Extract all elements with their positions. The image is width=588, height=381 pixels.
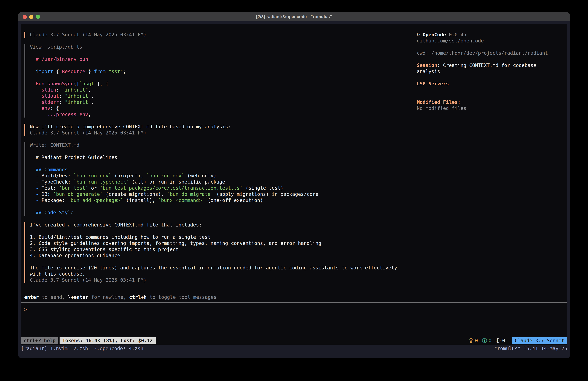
transcript-line: [30, 50, 411, 56]
text-segment: -: [36, 179, 39, 185]
message-block: Now I'll create a comprehensive CONTEXT.…: [24, 124, 411, 136]
text-segment: :: [59, 99, 65, 105]
text-segment: [30, 185, 36, 191]
text-segment: [30, 191, 36, 197]
text-segment: [30, 173, 36, 179]
hint-segment: for newline,: [88, 294, 129, 300]
text-segment: -: [36, 173, 39, 179]
text-segment: stdin: [42, 87, 56, 93]
text-segment: Bun: [36, 81, 44, 87]
transcript-line: [30, 62, 411, 68]
transcript-line: 1. Build/lint/test commands including ho…: [30, 234, 411, 240]
text-segment: from: [94, 69, 105, 74]
text-segment: -: [36, 191, 39, 197]
text-segment: ...process.env: [47, 112, 88, 117]
transcript-line: - DB: `bun db generate` (create migratio…: [30, 191, 411, 197]
counter-icon: ⓘ: [482, 337, 487, 344]
text-segment: }: [85, 69, 94, 74]
text-segment: Now I'll create a comprehensive CONTEXT.…: [30, 124, 231, 130]
text-segment: [30, 198, 36, 203]
text-segment: #: [30, 56, 39, 62]
text-segment: View: script/db.ts: [30, 44, 82, 50]
transcript-line: [30, 203, 411, 210]
counter-teal: ⓘ0: [482, 337, 491, 344]
keyboard-hints-bar: enter to send, \+enter for newline, ctrl…: [24, 294, 216, 300]
transcript-line: View: script/db.ts: [30, 44, 411, 50]
text-segment: (apply migrations) in packages/core: [213, 191, 318, 197]
message-block: Write: CONTEXT.md # Radiant Project Guid…: [24, 142, 411, 216]
transcript-line: - Build/Dev: `bun run dev` (project), `b…: [30, 173, 411, 179]
zoom-button[interactable]: [36, 15, 40, 19]
text-segment: `bun run dev`: [147, 173, 185, 179]
text-segment: `bun run typecheck`: [74, 179, 129, 185]
message-input[interactable]: >: [24, 306, 27, 313]
sidebar-line: [417, 93, 566, 99]
close-button[interactable]: [22, 15, 27, 19]
sidebar-line: [417, 56, 566, 62]
transcript-line: stdout: "inherit",: [30, 93, 411, 99]
hint-segment: to toggle tool messages: [147, 294, 216, 300]
terminal-pane: Claude 3.7 Sonnet (14 May 2025 03:41 PM)…: [21, 24, 567, 345]
hint-segment: enter: [24, 294, 39, 300]
sidebar-line: [417, 87, 566, 93]
text-segment: `psql`: [79, 81, 97, 87]
text-segment: Claude 3.7 Sonnet (14 May 2025 03:41 PM): [30, 130, 146, 135]
text-segment: Session: [417, 63, 437, 68]
text-segment: github.com/sst/opencode: [417, 38, 484, 44]
text-segment: ,: [88, 87, 91, 93]
minimize-button[interactable]: [29, 15, 33, 19]
text-segment: (single test): [243, 185, 284, 191]
text-segment: ,: [91, 93, 94, 99]
transcript-line: 3. CSS styling conventions specific to t…: [30, 246, 411, 252]
text-segment: `bun db migrate`: [167, 191, 213, 197]
text-segment: ©: [417, 32, 423, 37]
text-segment: : Creating CONTEXT.md for codebase: [437, 63, 536, 68]
text-segment: 1. Build/lint/test commands including ho…: [30, 234, 210, 240]
help-shortcut-badge: ctrl+? help: [21, 337, 58, 344]
text-segment: :: [59, 93, 65, 99]
text-segment: 3. CSS styling conventions specific to t…: [30, 247, 178, 252]
sidebar-line: Session: Creating CONTEXT.md for codebas…: [417, 62, 566, 68]
sidebar-line: analysis: [417, 68, 566, 75]
tmux-status-bar: [radiant] 1:nvim 2:zsh- 3:opencode* 4:zs…: [21, 345, 567, 352]
text-segment: (one-off execution): [205, 198, 263, 203]
transcript-line: Bun.spawnSync([`psql`], {: [30, 81, 411, 87]
text-segment: [30, 105, 42, 111]
transcript-line: [30, 160, 411, 167]
text-segment: DB:: [39, 191, 53, 197]
text-segment: (project),: [111, 173, 147, 179]
text-segment: ## Code Style: [36, 210, 74, 215]
tokens-cost-badge: Tokens: 16.4K (8%), Cost: $0.12: [60, 337, 156, 344]
text-segment: Resource: [62, 69, 85, 74]
window-titlebar: [2/3] radiant:3:opencode - "romulus": [18, 12, 570, 21]
chat-transcript: Claude 3.7 Sonnet (14 May 2025 03:41 PM)…: [24, 32, 411, 289]
text-segment: [30, 69, 36, 74]
counter-value: 0: [502, 337, 505, 344]
sidebar-line: [417, 44, 566, 50]
transcript-line: I've created a comprehensive CONTEXT.md …: [30, 222, 411, 228]
transcript-line: Claude 3.7 Sonnet (14 May 2025 03:41 PM): [30, 277, 411, 283]
text-segment: cwd: /home/thdxr/dev/projects/radiant/ra…: [417, 50, 548, 56]
counter-white: ⓗ0: [496, 337, 505, 344]
text-segment: stdout: [42, 93, 59, 99]
transcript-line: 2. Code style guidelines covering import…: [30, 240, 411, 246]
text-segment: "inherit": [65, 99, 91, 105]
transcript-line: - Test: `bun test` or `bun test packages…: [30, 185, 411, 191]
text-segment: `bun add <package>`: [68, 198, 123, 203]
text-segment: {: [53, 69, 62, 74]
counter-orange: Ⓦ0: [469, 337, 478, 344]
text-segment: -: [36, 185, 39, 191]
text-segment: [106, 69, 109, 74]
sidebar-line: LSP Servers: [417, 81, 566, 87]
text-segment: Write: CONTEXT.md: [30, 142, 79, 148]
transcript-line: Now I'll create a comprehensive CONTEXT.…: [30, 124, 411, 130]
hint-segment: ctrl+h: [129, 294, 147, 300]
transcript-line: ## Code Style: [30, 210, 411, 216]
transcript-line: stderr: "inherit",: [30, 99, 411, 105]
text-segment: "sst": [109, 69, 123, 74]
text-segment: No modified files: [417, 105, 466, 111]
transcript-line: # Radiant Project Guidelines: [30, 154, 411, 160]
text-segment: 2. Code style guidelines covering import…: [30, 240, 321, 246]
counter-value: 0: [475, 337, 478, 344]
text-segment: `bun test packages/core/test/transaction…: [100, 185, 243, 191]
